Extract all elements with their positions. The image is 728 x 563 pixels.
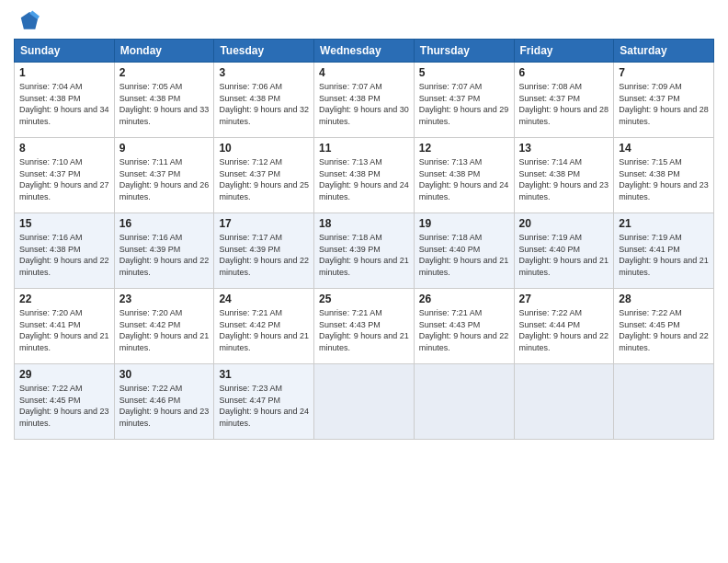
calendar-cell: 21Sunrise: 7:19 AMSunset: 4:41 PMDayligh… xyxy=(614,213,714,289)
logo xyxy=(14,9,43,35)
day-info: Sunrise: 7:22 AMSunset: 4:45 PMDaylight:… xyxy=(619,307,709,353)
day-info: Sunrise: 7:10 AMSunset: 4:37 PMDaylight:… xyxy=(19,156,109,202)
day-number: 16 xyxy=(119,217,210,230)
day-number: 13 xyxy=(519,142,609,155)
day-of-week-header: Tuesday xyxy=(214,40,314,63)
calendar-cell: 2Sunrise: 7:05 AMSunset: 4:38 PMDaylight… xyxy=(114,63,214,138)
calendar-header-row: SundayMondayTuesdayWednesdayThursdayFrid… xyxy=(15,40,714,63)
day-info: Sunrise: 7:07 AMSunset: 4:37 PMDaylight:… xyxy=(419,81,509,127)
page-header xyxy=(14,9,714,35)
day-info: Sunrise: 7:12 AMSunset: 4:37 PMDaylight:… xyxy=(219,156,309,202)
day-number: 18 xyxy=(319,217,409,230)
calendar-cell xyxy=(614,364,714,440)
day-number: 12 xyxy=(419,142,509,155)
calendar-cell: 31Sunrise: 7:23 AMSunset: 4:47 PMDayligh… xyxy=(214,364,314,440)
day-number: 9 xyxy=(119,142,210,155)
day-info: Sunrise: 7:16 AMSunset: 4:39 PMDaylight:… xyxy=(119,232,210,278)
day-number: 21 xyxy=(619,217,709,230)
day-info: Sunrise: 7:04 AMSunset: 4:38 PMDaylight:… xyxy=(19,81,109,127)
calendar-row: 1Sunrise: 7:04 AMSunset: 4:38 PMDaylight… xyxy=(15,63,714,138)
day-info: Sunrise: 7:17 AMSunset: 4:39 PMDaylight:… xyxy=(219,232,309,278)
day-of-week-header: Monday xyxy=(114,40,214,63)
calendar-cell: 11Sunrise: 7:13 AMSunset: 4:38 PMDayligh… xyxy=(314,138,415,213)
day-info: Sunrise: 7:20 AMSunset: 4:42 PMDaylight:… xyxy=(119,307,210,353)
calendar-cell: 25Sunrise: 7:21 AMSunset: 4:43 PMDayligh… xyxy=(314,289,415,364)
day-info: Sunrise: 7:06 AMSunset: 4:38 PMDaylight:… xyxy=(219,81,309,127)
day-info: Sunrise: 7:08 AMSunset: 4:37 PMDaylight:… xyxy=(519,81,609,127)
day-info: Sunrise: 7:15 AMSunset: 4:38 PMDaylight:… xyxy=(619,156,709,202)
day-number: 14 xyxy=(619,142,709,155)
day-number: 8 xyxy=(19,142,109,155)
day-info: Sunrise: 7:07 AMSunset: 4:38 PMDaylight:… xyxy=(319,81,409,127)
day-number: 4 xyxy=(319,66,409,79)
day-number: 1 xyxy=(19,66,109,79)
day-info: Sunrise: 7:18 AMSunset: 4:40 PMDaylight:… xyxy=(419,232,509,278)
day-number: 31 xyxy=(219,368,309,381)
calendar-cell: 15Sunrise: 7:16 AMSunset: 4:38 PMDayligh… xyxy=(15,213,115,289)
calendar-cell: 19Sunrise: 7:18 AMSunset: 4:40 PMDayligh… xyxy=(414,213,514,289)
day-number: 3 xyxy=(219,66,309,79)
calendar-cell: 29Sunrise: 7:22 AMSunset: 4:45 PMDayligh… xyxy=(15,364,115,440)
day-of-week-header: Saturday xyxy=(614,40,714,63)
day-of-week-header: Friday xyxy=(514,40,614,63)
day-info: Sunrise: 7:14 AMSunset: 4:38 PMDaylight:… xyxy=(519,156,609,202)
day-number: 23 xyxy=(119,293,210,305)
day-info: Sunrise: 7:22 AMSunset: 4:46 PMDaylight:… xyxy=(119,383,210,429)
day-info: Sunrise: 7:13 AMSunset: 4:38 PMDaylight:… xyxy=(319,156,409,202)
calendar-cell: 3Sunrise: 7:06 AMSunset: 4:38 PMDaylight… xyxy=(214,63,314,138)
calendar-table: SundayMondayTuesdayWednesdayThursdayFrid… xyxy=(14,39,714,440)
day-info: Sunrise: 7:21 AMSunset: 4:42 PMDaylight:… xyxy=(219,307,309,353)
calendar-cell: 9Sunrise: 7:11 AMSunset: 4:37 PMDaylight… xyxy=(114,138,214,213)
day-info: Sunrise: 7:22 AMSunset: 4:45 PMDaylight:… xyxy=(19,383,109,429)
day-of-week-header: Thursday xyxy=(414,40,514,63)
day-info: Sunrise: 7:11 AMSunset: 4:37 PMDaylight:… xyxy=(119,156,210,202)
day-number: 26 xyxy=(419,293,509,305)
calendar-cell: 18Sunrise: 7:18 AMSunset: 4:39 PMDayligh… xyxy=(314,213,415,289)
day-number: 27 xyxy=(519,293,609,305)
calendar-cell: 1Sunrise: 7:04 AMSunset: 4:38 PMDaylight… xyxy=(15,63,115,138)
calendar-cell xyxy=(514,364,614,440)
calendar-cell: 26Sunrise: 7:21 AMSunset: 4:43 PMDayligh… xyxy=(414,289,514,364)
day-number: 19 xyxy=(419,217,509,230)
calendar-row: 29Sunrise: 7:22 AMSunset: 4:45 PMDayligh… xyxy=(15,364,714,440)
calendar-cell: 16Sunrise: 7:16 AMSunset: 4:39 PMDayligh… xyxy=(114,213,214,289)
day-number: 28 xyxy=(619,293,709,305)
calendar-cell: 24Sunrise: 7:21 AMSunset: 4:42 PMDayligh… xyxy=(214,289,314,364)
logo-icon xyxy=(14,9,40,35)
day-info: Sunrise: 7:21 AMSunset: 4:43 PMDaylight:… xyxy=(419,307,509,353)
day-of-week-header: Wednesday xyxy=(314,40,415,63)
calendar-row: 22Sunrise: 7:20 AMSunset: 4:41 PMDayligh… xyxy=(15,289,714,364)
day-info: Sunrise: 7:13 AMSunset: 4:38 PMDaylight:… xyxy=(419,156,509,202)
day-info: Sunrise: 7:20 AMSunset: 4:41 PMDaylight:… xyxy=(19,307,109,353)
calendar-cell: 23Sunrise: 7:20 AMSunset: 4:42 PMDayligh… xyxy=(114,289,214,364)
day-number: 10 xyxy=(219,142,309,155)
calendar-cell: 13Sunrise: 7:14 AMSunset: 4:38 PMDayligh… xyxy=(514,138,614,213)
day-info: Sunrise: 7:19 AMSunset: 4:41 PMDaylight:… xyxy=(619,232,709,278)
calendar-cell: 4Sunrise: 7:07 AMSunset: 4:38 PMDaylight… xyxy=(314,63,415,138)
calendar-cell: 17Sunrise: 7:17 AMSunset: 4:39 PMDayligh… xyxy=(214,213,314,289)
day-number: 5 xyxy=(419,66,509,79)
day-info: Sunrise: 7:09 AMSunset: 4:37 PMDaylight:… xyxy=(619,81,709,127)
day-number: 24 xyxy=(219,293,309,305)
page-container: SundayMondayTuesdayWednesdayThursdayFrid… xyxy=(0,0,728,563)
calendar-cell: 12Sunrise: 7:13 AMSunset: 4:38 PMDayligh… xyxy=(414,138,514,213)
day-of-week-header: Sunday xyxy=(15,40,115,63)
calendar-cell: 28Sunrise: 7:22 AMSunset: 4:45 PMDayligh… xyxy=(614,289,714,364)
calendar-cell: 20Sunrise: 7:19 AMSunset: 4:40 PMDayligh… xyxy=(514,213,614,289)
day-number: 30 xyxy=(119,368,210,381)
day-number: 11 xyxy=(319,142,409,155)
calendar-cell: 7Sunrise: 7:09 AMSunset: 4:37 PMDaylight… xyxy=(614,63,714,138)
calendar-row: 15Sunrise: 7:16 AMSunset: 4:38 PMDayligh… xyxy=(15,213,714,289)
day-number: 15 xyxy=(19,217,109,230)
day-number: 25 xyxy=(319,293,409,305)
day-number: 6 xyxy=(519,66,609,79)
calendar-cell: 27Sunrise: 7:22 AMSunset: 4:44 PMDayligh… xyxy=(514,289,614,364)
calendar-cell: 5Sunrise: 7:07 AMSunset: 4:37 PMDaylight… xyxy=(414,63,514,138)
calendar-cell xyxy=(414,364,514,440)
day-info: Sunrise: 7:16 AMSunset: 4:38 PMDaylight:… xyxy=(19,232,109,278)
calendar-cell: 14Sunrise: 7:15 AMSunset: 4:38 PMDayligh… xyxy=(614,138,714,213)
day-info: Sunrise: 7:18 AMSunset: 4:39 PMDaylight:… xyxy=(319,232,409,278)
day-number: 17 xyxy=(219,217,309,230)
day-info: Sunrise: 7:05 AMSunset: 4:38 PMDaylight:… xyxy=(119,81,210,127)
calendar-cell xyxy=(314,364,415,440)
